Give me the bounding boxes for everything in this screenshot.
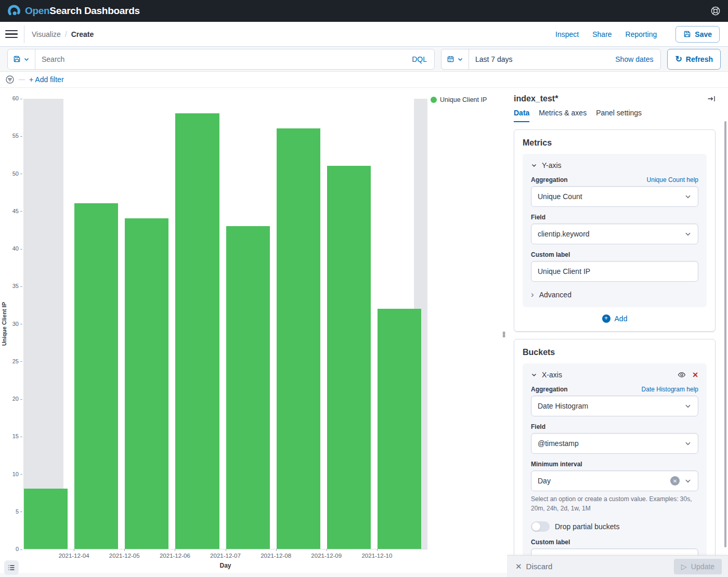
reporting-link[interactable]: Reporting	[626, 30, 657, 38]
panel-scrollbar[interactable]	[724, 121, 726, 547]
opensearch-swirl-icon	[7, 4, 21, 18]
advanced-accordion[interactable]: › Advanced	[531, 290, 698, 299]
eye-icon[interactable]	[678, 371, 686, 379]
search-input[interactable]	[35, 55, 405, 63]
bar-2021-12-05[interactable]	[125, 218, 168, 549]
breadcrumb-create: Create	[71, 30, 94, 38]
x-axis-accordion[interactable]: X-axis ✕	[531, 371, 698, 379]
saved-query-menu[interactable]	[8, 49, 35, 69]
visualization-editor-panel: index_test* Data Metrics & axes Panel se…	[507, 88, 728, 577]
y-tick-label: 60	[12, 95, 19, 101]
aggregation-label: Aggregation	[531, 176, 568, 183]
aggregation-select[interactable]: Unique Count	[531, 186, 698, 207]
x-tick-mark	[175, 549, 175, 551]
x-tick-mark	[74, 549, 74, 551]
save-button[interactable]: Save	[675, 26, 720, 43]
partial-bucket-endzone	[23, 99, 63, 549]
add-metric-button[interactable]: + Add	[523, 314, 707, 323]
time-range-value[interactable]: Last 7 days	[469, 55, 608, 63]
brand-text: OpenSearch Dashboards	[25, 5, 140, 17]
remove-bucket-icon[interactable]: ✕	[692, 371, 698, 379]
show-dates-link[interactable]: Show dates	[608, 55, 660, 63]
y-tick-label: 25	[12, 358, 19, 364]
field-select[interactable]: @timestamp	[531, 433, 698, 454]
play-icon: ▷	[681, 562, 687, 571]
breadcrumb-separator: /	[65, 30, 67, 38]
field-label: Field	[531, 214, 545, 221]
custom-label-input[interactable]	[531, 261, 698, 282]
query-language-button[interactable]: DQL	[405, 55, 434, 63]
clear-selection-icon[interactable]: ✕	[670, 476, 680, 486]
legend-item[interactable]: Unique Client IP	[431, 96, 487, 103]
help-ring-icon[interactable]	[710, 6, 721, 16]
drop-partial-buckets-toggle[interactable]: Drop partial buckets	[531, 521, 698, 532]
bar-2021-12-09[interactable]	[327, 166, 371, 549]
tab-metrics-axes[interactable]: Metrics & axes	[539, 109, 587, 122]
x-axis-title: Day	[23, 562, 427, 569]
custom-label-label: Custom label	[531, 539, 570, 546]
share-link[interactable]: Share	[592, 30, 612, 38]
refresh-icon: ↻	[675, 55, 682, 63]
bar-2021-12-03[interactable]	[24, 489, 68, 549]
date-picker: Last 7 days Show dates	[441, 49, 661, 70]
buckets-card: Buckets X-axis ✕ Aggregation	[514, 339, 716, 577]
add-filter-link[interactable]: + Add filter	[29, 75, 64, 84]
update-button[interactable]: ▷ Update	[674, 559, 722, 574]
plot-area: 0510152025303540455055602021-12-042021-1…	[23, 99, 427, 549]
y-tick-mark	[20, 512, 22, 512]
tab-panel-settings[interactable]: Panel settings	[596, 109, 642, 122]
bar-2021-12-08[interactable]	[277, 128, 320, 549]
aggregation-label: Aggregation	[531, 386, 568, 393]
discard-button[interactable]: ✕ Discard	[515, 562, 552, 571]
bar-2021-12-10[interactable]	[378, 309, 421, 549]
x-tick-label: 2021-12-07	[210, 553, 241, 559]
calendar-icon	[447, 55, 454, 63]
x-axis-section: X-axis ✕ Aggregation Date Histogram help	[523, 363, 707, 577]
opensearch-dashboards-app: OpenSearch Dashboards Visualize / Create…	[0, 0, 728, 577]
y-tick-mark	[20, 174, 22, 174]
bar-2021-12-07[interactable]	[226, 226, 270, 549]
chevron-down-icon	[684, 193, 692, 200]
legend-color-dot	[431, 97, 437, 103]
calendar-menu[interactable]	[441, 49, 469, 69]
legend-toggle-button[interactable]	[4, 560, 19, 575]
chevron-down-icon	[684, 230, 692, 238]
plus-icon: +	[602, 314, 610, 323]
filter-bar: — + Add filter	[0, 72, 728, 88]
menu-icon[interactable]	[5, 28, 18, 41]
y-tick-label: 30	[12, 321, 19, 327]
editor-footer: ✕ Discard ▷ Update	[507, 555, 728, 577]
breadcrumb: Visualize / Create	[32, 30, 94, 38]
breadcrumb-visualize[interactable]: Visualize	[32, 30, 61, 38]
x-tick-label: 2021-12-08	[261, 553, 291, 559]
refresh-button[interactable]: ↻ Refresh	[667, 49, 721, 70]
bar-2021-12-06[interactable]	[175, 113, 219, 549]
inspect-link[interactable]: Inspect	[555, 30, 579, 38]
y-tick-mark	[20, 437, 22, 437]
date-histogram-help-link[interactable]: Date Histogram help	[642, 386, 698, 393]
x-tick-label: 2021-12-09	[311, 553, 342, 559]
query-bar-row: DQL Last 7 days Show dates ↻ Refresh	[0, 47, 728, 72]
y-axis-accordion[interactable]: Y-axis	[531, 161, 698, 169]
x-tick-mark	[276, 549, 277, 551]
tab-data[interactable]: Data	[514, 109, 529, 122]
bar-2021-12-04[interactable]	[74, 203, 118, 549]
y-tick-mark	[20, 99, 22, 99]
unique-count-help-link[interactable]: Unique Count help	[647, 176, 698, 183]
filter-icon[interactable]	[5, 75, 15, 84]
minimum-interval-combobox[interactable]: Day ✕	[531, 470, 698, 491]
y-tick-label: 50	[12, 171, 19, 177]
opensearch-logo[interactable]: OpenSearch Dashboards	[7, 4, 140, 18]
divider	[24, 25, 24, 43]
aggregation-select[interactable]: Date Histogram	[531, 396, 698, 416]
visualization-pane: Unique Client IP Unique Client IP 051015…	[0, 88, 507, 573]
collapse-panel-icon[interactable]	[707, 95, 716, 103]
filter-divider: —	[19, 76, 25, 83]
y-tick-mark	[20, 549, 22, 550]
field-select[interactable]: clientip.keyword	[531, 224, 698, 244]
x-tick-label: 2021-12-06	[160, 553, 190, 559]
chevron-down-icon	[684, 440, 692, 447]
y-tick-mark	[20, 474, 22, 475]
panel-resize-handle[interactable]: ‖	[502, 330, 505, 339]
y-tick-mark	[20, 249, 22, 250]
